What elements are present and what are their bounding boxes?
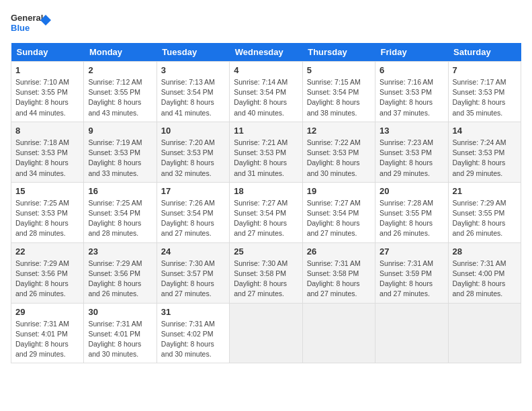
day-number: 1 <box>15 65 79 75</box>
day-number: 21 <box>453 186 517 196</box>
day-info: Sunrise: 7:13 AMSunset: 3:54 PMDaylight:… <box>161 77 225 118</box>
day-header-sunday: Sunday <box>11 43 84 62</box>
day-info: Sunrise: 7:31 AMSunset: 4:00 PMDaylight:… <box>453 259 517 300</box>
day-info: Sunrise: 7:24 AMSunset: 3:53 PMDaylight:… <box>453 138 517 179</box>
calendar-day-28: 28 Sunrise: 7:31 AMSunset: 4:00 PMDaylig… <box>448 242 521 303</box>
svg-text:General: General <box>11 13 43 23</box>
day-info: Sunrise: 7:21 AMSunset: 3:53 PMDaylight:… <box>234 138 298 179</box>
day-header-wednesday: Wednesday <box>230 43 302 62</box>
calendar-day-19: 19 Sunrise: 7:27 AMSunset: 3:54 PMDaylig… <box>302 182 375 242</box>
calendar-day-20: 20 Sunrise: 7:28 AMSunset: 3:55 PMDaylig… <box>375 182 448 242</box>
day-info: Sunrise: 7:10 AMSunset: 3:55 PMDaylight:… <box>15 77 79 118</box>
day-info: Sunrise: 7:23 AMSunset: 3:53 PMDaylight:… <box>380 138 443 179</box>
calendar-day-21: 21 Sunrise: 7:29 AMSunset: 3:55 PMDaylig… <box>448 182 521 242</box>
calendar-empty-cell <box>448 303 521 363</box>
day-header-friday: Friday <box>375 43 448 62</box>
day-number: 9 <box>88 126 152 136</box>
day-info: Sunrise: 7:26 AMSunset: 3:54 PMDaylight:… <box>161 198 225 239</box>
calendar-table: SundayMondayTuesdayWednesdayThursdayFrid… <box>11 43 521 363</box>
day-info: Sunrise: 7:31 AMSunset: 3:59 PMDaylight:… <box>380 259 443 300</box>
calendar-day-5: 5 Sunrise: 7:15 AMSunset: 3:54 PMDayligh… <box>302 62 375 122</box>
svg-text:Blue: Blue <box>11 23 30 33</box>
day-number: 23 <box>88 246 152 257</box>
day-number: 4 <box>234 65 298 75</box>
day-header-monday: Monday <box>84 43 157 62</box>
calendar-day-18: 18 Sunrise: 7:27 AMSunset: 3:54 PMDaylig… <box>230 182 302 242</box>
calendar-day-22: 22 Sunrise: 7:29 AMSunset: 3:56 PMDaylig… <box>11 242 84 303</box>
day-number: 29 <box>15 307 79 317</box>
calendar-day-3: 3 Sunrise: 7:13 AMSunset: 3:54 PMDayligh… <box>157 62 229 122</box>
day-number: 25 <box>234 246 298 257</box>
day-info: Sunrise: 7:19 AMSunset: 3:53 PMDaylight:… <box>88 138 152 179</box>
day-info: Sunrise: 7:31 AMSunset: 4:02 PMDaylight:… <box>161 319 225 360</box>
calendar-empty-cell <box>375 303 448 363</box>
calendar-day-23: 23 Sunrise: 7:29 AMSunset: 3:56 PMDaylig… <box>84 242 157 303</box>
day-info: Sunrise: 7:31 AMSunset: 4:01 PMDaylight:… <box>15 319 79 360</box>
calendar-day-17: 17 Sunrise: 7:26 AMSunset: 3:54 PMDaylig… <box>157 182 229 242</box>
calendar-day-31: 31 Sunrise: 7:31 AMSunset: 4:02 PMDaylig… <box>157 303 229 363</box>
day-number: 8 <box>15 126 79 136</box>
calendar-day-11: 11 Sunrise: 7:21 AMSunset: 3:53 PMDaylig… <box>230 122 302 182</box>
page-header: General Blue <box>11 11 521 35</box>
day-number: 6 <box>380 65 443 75</box>
day-info: Sunrise: 7:28 AMSunset: 3:55 PMDaylight:… <box>380 198 443 239</box>
day-info: Sunrise: 7:22 AMSunset: 3:53 PMDaylight:… <box>307 138 371 179</box>
day-info: Sunrise: 7:25 AMSunset: 3:54 PMDaylight:… <box>88 198 152 239</box>
day-number: 7 <box>453 65 517 75</box>
day-number: 22 <box>15 246 79 257</box>
calendar-empty-cell <box>230 303 302 363</box>
day-info: Sunrise: 7:17 AMSunset: 3:53 PMDaylight:… <box>453 77 517 118</box>
day-number: 26 <box>307 246 371 257</box>
day-number: 27 <box>380 246 443 257</box>
day-info: Sunrise: 7:29 AMSunset: 3:56 PMDaylight:… <box>15 259 79 300</box>
calendar-day-26: 26 Sunrise: 7:31 AMSunset: 3:58 PMDaylig… <box>302 242 375 303</box>
calendar-week-row: 22 Sunrise: 7:29 AMSunset: 3:56 PMDaylig… <box>11 242 521 303</box>
day-number: 10 <box>161 126 225 136</box>
day-info: Sunrise: 7:18 AMSunset: 3:53 PMDaylight:… <box>15 138 79 179</box>
calendar-day-25: 25 Sunrise: 7:30 AMSunset: 3:58 PMDaylig… <box>230 242 302 303</box>
day-number: 19 <box>307 186 371 196</box>
calendar-day-6: 6 Sunrise: 7:16 AMSunset: 3:53 PMDayligh… <box>375 62 448 122</box>
day-header-thursday: Thursday <box>302 43 375 62</box>
calendar-day-30: 30 Sunrise: 7:31 AMSunset: 4:01 PMDaylig… <box>84 303 157 363</box>
calendar-day-13: 13 Sunrise: 7:23 AMSunset: 3:53 PMDaylig… <box>375 122 448 182</box>
calendar-day-9: 9 Sunrise: 7:19 AMSunset: 3:53 PMDayligh… <box>84 122 157 182</box>
day-number: 31 <box>161 307 225 317</box>
calendar-day-15: 15 Sunrise: 7:25 AMSunset: 3:53 PMDaylig… <box>11 182 84 242</box>
calendar-day-12: 12 Sunrise: 7:22 AMSunset: 3:53 PMDaylig… <box>302 122 375 182</box>
calendar-day-14: 14 Sunrise: 7:24 AMSunset: 3:53 PMDaylig… <box>448 122 521 182</box>
day-number: 30 <box>88 307 152 317</box>
day-info: Sunrise: 7:12 AMSunset: 3:55 PMDaylight:… <box>88 77 152 118</box>
day-number: 13 <box>380 126 443 136</box>
calendar-day-2: 2 Sunrise: 7:12 AMSunset: 3:55 PMDayligh… <box>84 62 157 122</box>
day-number: 12 <box>307 126 371 136</box>
day-number: 28 <box>453 246 517 257</box>
day-info: Sunrise: 7:20 AMSunset: 3:53 PMDaylight:… <box>161 138 225 179</box>
day-info: Sunrise: 7:16 AMSunset: 3:53 PMDaylight:… <box>380 77 443 118</box>
day-info: Sunrise: 7:30 AMSunset: 3:58 PMDaylight:… <box>234 259 298 300</box>
calendar-day-29: 29 Sunrise: 7:31 AMSunset: 4:01 PMDaylig… <box>11 303 84 363</box>
calendar-day-4: 4 Sunrise: 7:14 AMSunset: 3:54 PMDayligh… <box>230 62 302 122</box>
day-number: 20 <box>380 186 443 196</box>
calendar-week-row: 29 Sunrise: 7:31 AMSunset: 4:01 PMDaylig… <box>11 303 521 363</box>
logo: General Blue <box>11 11 51 35</box>
calendar-empty-cell <box>302 303 375 363</box>
day-number: 14 <box>453 126 517 136</box>
day-info: Sunrise: 7:27 AMSunset: 3:54 PMDaylight:… <box>234 198 298 239</box>
day-number: 15 <box>15 186 79 196</box>
day-info: Sunrise: 7:14 AMSunset: 3:54 PMDaylight:… <box>234 77 298 118</box>
day-number: 11 <box>234 126 298 136</box>
calendar-week-row: 1 Sunrise: 7:10 AMSunset: 3:55 PMDayligh… <box>11 62 521 122</box>
calendar-day-8: 8 Sunrise: 7:18 AMSunset: 3:53 PMDayligh… <box>11 122 84 182</box>
day-number: 17 <box>161 186 225 196</box>
day-info: Sunrise: 7:31 AMSunset: 4:01 PMDaylight:… <box>88 319 152 360</box>
calendar-day-1: 1 Sunrise: 7:10 AMSunset: 3:55 PMDayligh… <box>11 62 84 122</box>
day-info: Sunrise: 7:29 AMSunset: 3:55 PMDaylight:… <box>453 198 517 239</box>
day-number: 18 <box>234 186 298 196</box>
day-info: Sunrise: 7:15 AMSunset: 3:54 PMDaylight:… <box>307 77 371 118</box>
calendar-day-10: 10 Sunrise: 7:20 AMSunset: 3:53 PMDaylig… <box>157 122 229 182</box>
calendar-day-16: 16 Sunrise: 7:25 AMSunset: 3:54 PMDaylig… <box>84 182 157 242</box>
calendar-week-row: 8 Sunrise: 7:18 AMSunset: 3:53 PMDayligh… <box>11 122 521 182</box>
day-info: Sunrise: 7:30 AMSunset: 3:57 PMDaylight:… <box>161 259 225 300</box>
day-header-tuesday: Tuesday <box>157 43 229 62</box>
